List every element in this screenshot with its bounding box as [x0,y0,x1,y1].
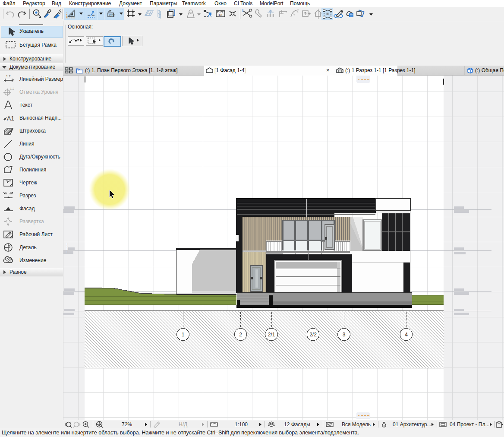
svg-text:A1: A1 [7,115,14,122]
svg-text:1.2: 1.2 [6,74,10,78]
svg-text:2: 2 [239,332,242,338]
svg-text:1.2: 1.2 [10,87,14,91]
svg-text:12: 12 [218,13,222,17]
svg-text:4: 4 [405,332,408,338]
svg-text:2/2: 2/2 [309,332,317,338]
svg-text:3: 3 [343,332,346,338]
svg-text:XY: XY [109,13,113,17]
svg-text:2/1: 2/1 [268,332,275,338]
svg-text:1: 1 [182,332,185,338]
